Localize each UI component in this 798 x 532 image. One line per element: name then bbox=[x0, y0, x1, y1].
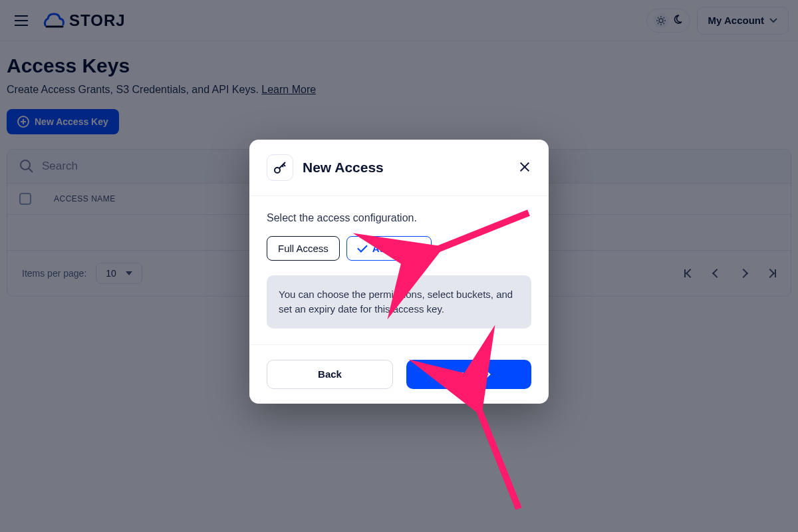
option-full-access[interactable]: Full Access bbox=[267, 236, 340, 261]
option-advanced[interactable]: Advanced bbox=[346, 236, 432, 261]
next-button[interactable]: Next bbox=[406, 360, 531, 389]
close-icon bbox=[518, 160, 531, 174]
key-icon bbox=[267, 154, 293, 181]
new-access-modal: New Access Select the access configurati… bbox=[249, 140, 549, 404]
modal-instruction: Select the access configuration. bbox=[267, 212, 531, 224]
modal-close-button[interactable] bbox=[518, 160, 531, 176]
advanced-info-box: You can choose the permissions, select b… bbox=[267, 275, 531, 329]
check-icon bbox=[357, 242, 368, 253]
svg-point-2 bbox=[275, 168, 280, 173]
back-button[interactable]: Back bbox=[267, 360, 393, 389]
modal-title: New Access bbox=[303, 160, 384, 176]
